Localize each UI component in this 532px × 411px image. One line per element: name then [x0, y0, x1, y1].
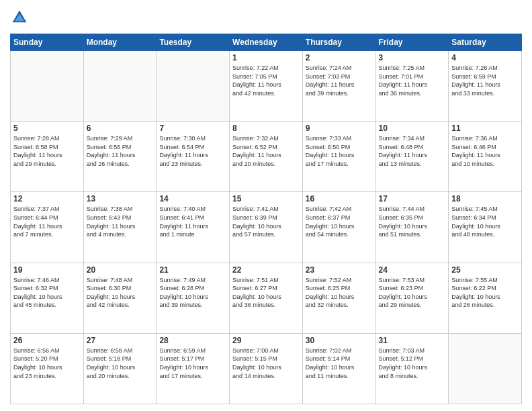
day-info: Sunrise: 7:24 AM Sunset: 7:03 PM Dayligh…: [306, 64, 373, 97]
day-number: 1: [232, 53, 300, 62]
day-info: Sunrise: 7:40 AM Sunset: 6:41 PM Dayligh…: [159, 205, 226, 238]
day-number: 29: [232, 336, 300, 345]
day-info: Sunrise: 7:52 AM Sunset: 6:25 PM Dayligh…: [306, 276, 373, 310]
day-number: 3: [379, 53, 446, 62]
weekday-header-friday: Friday: [375, 34, 449, 51]
day-info: Sunrise: 7:36 AM Sunset: 6:46 PM Dayligh…: [451, 134, 519, 168]
day-number: 21: [159, 265, 226, 275]
calendar-cell: [157, 51, 230, 122]
day-info: Sunrise: 7:26 AM Sunset: 6:59 PM Dayligh…: [451, 64, 519, 97]
day-number: 18: [451, 194, 519, 203]
day-info: Sunrise: 7:32 AM Sunset: 6:52 PM Dayligh…: [232, 134, 300, 168]
day-info: Sunrise: 6:56 AM Sunset: 5:20 PM Dayligh…: [13, 347, 81, 380]
calendar-cell: 6Sunrise: 7:29 AM Sunset: 6:56 PM Daylig…: [83, 122, 157, 192]
calendar-cell: 15Sunrise: 7:41 AM Sunset: 6:39 PM Dayli…: [230, 192, 303, 263]
day-info: Sunrise: 7:51 AM Sunset: 6:27 PM Dayligh…: [232, 276, 300, 310]
header: [10, 7, 522, 28]
day-info: Sunrise: 7:02 AM Sunset: 5:14 PM Dayligh…: [306, 347, 373, 380]
day-info: Sunrise: 7:46 AM Sunset: 6:32 PM Dayligh…: [13, 276, 81, 310]
day-number: 2: [306, 53, 373, 62]
calendar-cell: 3Sunrise: 7:25 AM Sunset: 7:01 PM Daylig…: [375, 51, 449, 122]
day-info: Sunrise: 7:29 AM Sunset: 6:56 PM Dayligh…: [87, 134, 154, 168]
day-number: 23: [306, 265, 373, 275]
day-info: Sunrise: 7:22 AM Sunset: 7:05 PM Dayligh…: [232, 64, 300, 97]
calendar-cell: 10Sunrise: 7:34 AM Sunset: 6:48 PM Dayli…: [375, 122, 449, 192]
day-number: 26: [13, 336, 81, 345]
calendar-cell: 4Sunrise: 7:26 AM Sunset: 6:59 PM Daylig…: [449, 51, 522, 122]
calendar-cell: 27Sunrise: 6:58 AM Sunset: 5:18 PM Dayli…: [83, 333, 157, 404]
day-number: 8: [232, 124, 300, 133]
calendar-cell: 26Sunrise: 6:56 AM Sunset: 5:20 PM Dayli…: [11, 333, 84, 404]
day-info: Sunrise: 7:49 AM Sunset: 6:28 PM Dayligh…: [159, 276, 226, 310]
day-info: Sunrise: 7:00 AM Sunset: 5:15 PM Dayligh…: [232, 347, 300, 380]
calendar-week-4: 19Sunrise: 7:46 AM Sunset: 6:32 PM Dayli…: [11, 263, 522, 333]
calendar-cell: 18Sunrise: 7:45 AM Sunset: 6:34 PM Dayli…: [449, 192, 522, 263]
day-number: 9: [306, 124, 373, 133]
calendar-cell: 30Sunrise: 7:02 AM Sunset: 5:14 PM Dayli…: [302, 333, 375, 404]
day-info: Sunrise: 6:59 AM Sunset: 5:17 PM Dayligh…: [159, 347, 226, 380]
calendar-cell: 24Sunrise: 7:53 AM Sunset: 6:23 PM Dayli…: [375, 263, 449, 333]
calendar-cell: 7Sunrise: 7:30 AM Sunset: 6:54 PM Daylig…: [157, 122, 230, 192]
calendar-week-5: 26Sunrise: 6:56 AM Sunset: 5:20 PM Dayli…: [11, 333, 522, 404]
day-info: Sunrise: 7:30 AM Sunset: 6:54 PM Dayligh…: [159, 134, 226, 168]
day-number: 17: [379, 194, 446, 203]
day-number: 27: [87, 336, 154, 345]
day-number: 5: [13, 124, 81, 133]
calendar-cell: 20Sunrise: 7:48 AM Sunset: 6:30 PM Dayli…: [83, 263, 157, 333]
day-number: 4: [451, 53, 519, 62]
calendar-cell: 12Sunrise: 7:37 AM Sunset: 6:44 PM Dayli…: [11, 192, 84, 263]
day-number: 6: [87, 124, 154, 133]
calendar-cell: 23Sunrise: 7:52 AM Sunset: 6:25 PM Dayli…: [302, 263, 375, 333]
calendar-cell: 31Sunrise: 7:03 AM Sunset: 5:12 PM Dayli…: [375, 333, 449, 404]
day-info: Sunrise: 7:55 AM Sunset: 6:22 PM Dayligh…: [451, 276, 519, 310]
calendar-cell: 29Sunrise: 7:00 AM Sunset: 5:15 PM Dayli…: [230, 333, 303, 404]
day-number: 24: [379, 265, 446, 275]
day-info: Sunrise: 7:45 AM Sunset: 6:34 PM Dayligh…: [451, 205, 519, 238]
calendar-cell: 2Sunrise: 7:24 AM Sunset: 7:03 PM Daylig…: [302, 51, 375, 122]
calendar-cell: 14Sunrise: 7:40 AM Sunset: 6:41 PM Dayli…: [157, 192, 230, 263]
day-number: 16: [306, 194, 373, 203]
calendar-header-row: SundayMondayTuesdayWednesdayThursdayFrid…: [11, 34, 522, 51]
calendar-week-2: 5Sunrise: 7:28 AM Sunset: 6:58 PM Daylig…: [11, 122, 522, 192]
calendar-cell: 19Sunrise: 7:46 AM Sunset: 6:32 PM Dayli…: [11, 263, 84, 333]
logo: [10, 9, 28, 28]
day-info: Sunrise: 7:48 AM Sunset: 6:30 PM Dayligh…: [87, 276, 154, 310]
weekday-header-sunday: Sunday: [11, 34, 84, 51]
day-number: 12: [13, 194, 81, 203]
calendar-cell: 17Sunrise: 7:44 AM Sunset: 6:35 PM Dayli…: [375, 192, 449, 263]
day-info: Sunrise: 7:41 AM Sunset: 6:39 PM Dayligh…: [232, 205, 300, 238]
day-info: Sunrise: 7:34 AM Sunset: 6:48 PM Dayligh…: [379, 134, 446, 168]
logo-icon: [11, 9, 28, 26]
calendar-cell: [11, 51, 84, 122]
weekday-header-thursday: Thursday: [302, 34, 375, 51]
calendar-cell: 11Sunrise: 7:36 AM Sunset: 6:46 PM Dayli…: [449, 122, 522, 192]
calendar-week-1: 1Sunrise: 7:22 AM Sunset: 7:05 PM Daylig…: [11, 51, 522, 122]
day-number: 28: [159, 336, 226, 345]
calendar-cell: 13Sunrise: 7:38 AM Sunset: 6:43 PM Dayli…: [83, 192, 157, 263]
page: SundayMondayTuesdayWednesdayThursdayFrid…: [0, 0, 532, 411]
day-info: Sunrise: 7:03 AM Sunset: 5:12 PM Dayligh…: [379, 347, 446, 380]
day-number: 31: [379, 336, 446, 345]
weekday-header-wednesday: Wednesday: [230, 34, 303, 51]
day-number: 25: [451, 265, 519, 275]
day-number: 10: [379, 124, 446, 133]
day-info: Sunrise: 7:44 AM Sunset: 6:35 PM Dayligh…: [379, 205, 446, 238]
day-info: Sunrise: 7:42 AM Sunset: 6:37 PM Dayligh…: [306, 205, 373, 238]
day-number: 15: [232, 194, 300, 203]
weekday-header-saturday: Saturday: [449, 34, 522, 51]
calendar-cell: 8Sunrise: 7:32 AM Sunset: 6:52 PM Daylig…: [230, 122, 303, 192]
day-number: 14: [159, 194, 226, 203]
day-info: Sunrise: 7:28 AM Sunset: 6:58 PM Dayligh…: [13, 134, 81, 168]
day-number: 30: [306, 336, 373, 345]
day-info: Sunrise: 7:25 AM Sunset: 7:01 PM Dayligh…: [379, 64, 446, 97]
day-info: Sunrise: 7:33 AM Sunset: 6:50 PM Dayligh…: [306, 134, 373, 168]
calendar-cell: 16Sunrise: 7:42 AM Sunset: 6:37 PM Dayli…: [302, 192, 375, 263]
calendar-cell: 1Sunrise: 7:22 AM Sunset: 7:05 PM Daylig…: [230, 51, 303, 122]
day-info: Sunrise: 7:53 AM Sunset: 6:23 PM Dayligh…: [379, 276, 446, 310]
day-number: 13: [87, 194, 154, 203]
day-number: 20: [87, 265, 154, 275]
calendar-cell: 22Sunrise: 7:51 AM Sunset: 6:27 PM Dayli…: [230, 263, 303, 333]
calendar-cell: [83, 51, 157, 122]
day-info: Sunrise: 7:37 AM Sunset: 6:44 PM Dayligh…: [13, 205, 81, 238]
calendar-cell: 5Sunrise: 7:28 AM Sunset: 6:58 PM Daylig…: [11, 122, 84, 192]
